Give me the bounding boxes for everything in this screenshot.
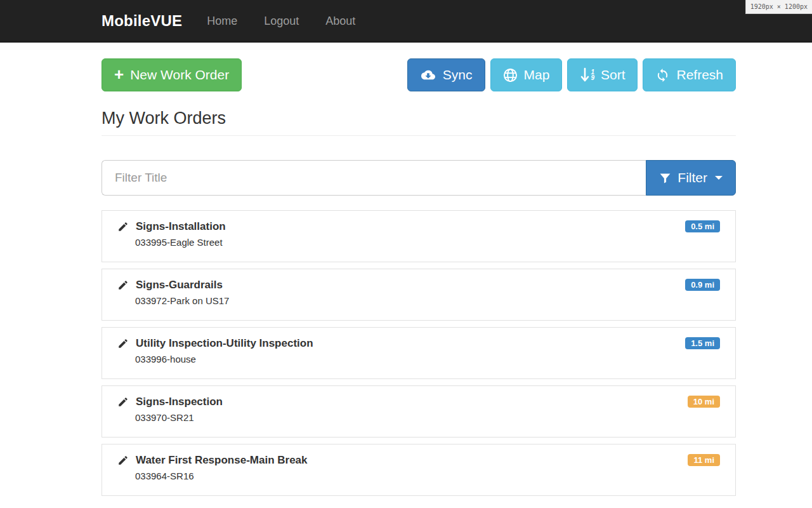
sort-button[interactable]: 1 9 Sort bbox=[567, 58, 638, 91]
work-order-card[interactable]: Signs-Installation 033995-Eagle Street 0… bbox=[102, 210, 736, 262]
pencil-edit-icon bbox=[117, 279, 129, 291]
filter-funnel-icon bbox=[659, 172, 671, 184]
distance-badge: 10 mi bbox=[688, 396, 720, 408]
sync-label: Sync bbox=[443, 67, 473, 83]
filter-title-input[interactable] bbox=[102, 160, 646, 196]
cloud-download-icon bbox=[420, 68, 436, 82]
pencil-edit-icon bbox=[117, 221, 129, 232]
filter-row: Filter bbox=[102, 160, 736, 196]
work-order-card[interactable]: Water First Response-Main Break 033964-S… bbox=[102, 444, 736, 496]
plus-icon: + bbox=[114, 66, 124, 83]
pencil-edit-icon bbox=[117, 338, 129, 349]
refresh-label: Refresh bbox=[676, 67, 723, 83]
filter-label: Filter bbox=[678, 170, 707, 185]
work-order-subtitle: 033995-Eagle Street bbox=[135, 237, 723, 248]
page-title: My Work Orders bbox=[102, 109, 736, 128]
page-header: My Work Orders bbox=[102, 109, 736, 136]
sort-numeric-icon: 1 9 bbox=[580, 67, 594, 83]
distance-badge: 0.9 mi bbox=[685, 279, 720, 291]
filter-dropdown-button[interactable]: Filter bbox=[646, 160, 736, 196]
nav-item-home[interactable]: Home bbox=[193, 15, 251, 28]
work-order-card[interactable]: Utility Inspection-Utility Inspection 03… bbox=[102, 327, 736, 379]
work-order-title: Water First Response-Main Break bbox=[136, 454, 308, 467]
toolbar: + New Work Order Sync Map 1 bbox=[102, 58, 736, 91]
navbar: MobileVUE Home Logout About bbox=[0, 0, 812, 43]
globe-icon bbox=[503, 68, 518, 83]
work-order-list: Signs-Installation 033995-Eagle Street 0… bbox=[102, 210, 736, 496]
sort-label: Sort bbox=[601, 67, 625, 83]
distance-badge: 1.5 mi bbox=[685, 337, 720, 349]
work-order-subtitle: 033996-house bbox=[135, 354, 723, 364]
refresh-icon bbox=[655, 68, 670, 83]
viewport-size-indicator: 1920px × 1200px bbox=[745, 0, 812, 14]
work-order-card[interactable]: Signs-Inspection 033970-SR21 10 mi bbox=[102, 385, 736, 438]
nav-links: Home Logout About bbox=[193, 15, 369, 28]
new-work-order-button[interactable]: + New Work Order bbox=[102, 58, 242, 91]
caret-down-icon bbox=[715, 176, 723, 180]
work-order-title: Signs-Guardrails bbox=[136, 279, 223, 291]
work-order-title: Signs-Inspection bbox=[136, 396, 223, 408]
map-button[interactable]: Map bbox=[490, 58, 563, 91]
distance-badge: 0.5 mi bbox=[685, 220, 720, 232]
distance-badge: 11 mi bbox=[688, 454, 720, 466]
nav-item-logout[interactable]: Logout bbox=[251, 15, 312, 28]
pencil-edit-icon bbox=[117, 396, 129, 408]
toolbar-right-group: Sync Map 1 9 Sort bbox=[407, 58, 736, 91]
work-order-subtitle: 033972-Park on US17 bbox=[135, 295, 723, 306]
nav-item-about[interactable]: About bbox=[312, 15, 369, 28]
work-order-subtitle: 033970-SR21 bbox=[135, 412, 723, 423]
new-work-order-label: New Work Order bbox=[130, 67, 229, 83]
sync-button[interactable]: Sync bbox=[407, 58, 485, 91]
work-order-title: Utility Inspection-Utility Inspection bbox=[136, 337, 313, 350]
pencil-edit-icon bbox=[117, 455, 129, 466]
work-order-card[interactable]: Signs-Guardrails 033972-Park on US17 0.9… bbox=[102, 269, 736, 321]
brand-logo[interactable]: MobileVUE bbox=[102, 12, 182, 30]
map-label: Map bbox=[524, 67, 550, 83]
refresh-button[interactable]: Refresh bbox=[643, 58, 736, 91]
work-order-title: Signs-Installation bbox=[136, 220, 226, 233]
work-order-subtitle: 033964-SR16 bbox=[135, 471, 723, 481]
